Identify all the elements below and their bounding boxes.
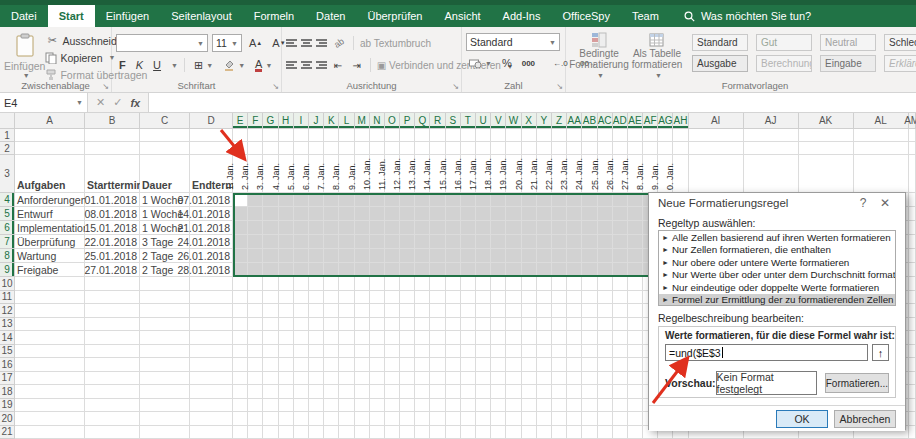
cell-M2[interactable] bbox=[355, 142, 370, 155]
cell-AK1[interactable] bbox=[799, 129, 854, 142]
cell-B21[interactable] bbox=[85, 426, 140, 439]
cell-B11[interactable] bbox=[85, 291, 140, 305]
cell-AB13[interactable] bbox=[582, 318, 597, 332]
cell-Z8[interactable] bbox=[552, 249, 567, 263]
cell-N14[interactable] bbox=[370, 331, 385, 345]
row-header-16[interactable]: 16 bbox=[0, 358, 15, 372]
cell-T21[interactable] bbox=[461, 426, 476, 439]
cell-S16[interactable] bbox=[446, 358, 461, 372]
cell-O18[interactable] bbox=[385, 385, 400, 399]
cell-J18[interactable] bbox=[309, 385, 324, 399]
cell-G13[interactable] bbox=[263, 318, 278, 332]
cell-K8[interactable] bbox=[324, 249, 339, 263]
cell-L14[interactable] bbox=[339, 331, 354, 345]
row-header-14[interactable]: 14 bbox=[0, 331, 15, 345]
rule-type-item[interactable]: ►Nur Zellen formatieren, die enthalten bbox=[659, 244, 895, 257]
cell-AA12[interactable] bbox=[567, 304, 582, 318]
cell-O4[interactable] bbox=[385, 193, 400, 207]
cell-N1[interactable] bbox=[370, 129, 385, 142]
cell-A4[interactable]: Anforderungen bbox=[15, 193, 85, 207]
cell-Z10[interactable] bbox=[552, 277, 567, 291]
cell-H6[interactable] bbox=[279, 221, 294, 235]
cancel-button[interactable]: Abbrechen bbox=[834, 410, 896, 428]
cell-H20[interactable] bbox=[279, 412, 294, 426]
cell-S13[interactable] bbox=[446, 318, 461, 332]
cell-G19[interactable] bbox=[263, 399, 278, 413]
tab-add-ins[interactable]: Add-Ins bbox=[492, 5, 552, 27]
cell-A2[interactable] bbox=[15, 142, 85, 155]
cell-AE5[interactable] bbox=[628, 207, 643, 221]
row-header-18[interactable]: 18 bbox=[0, 385, 15, 399]
cell-H7[interactable] bbox=[279, 235, 294, 249]
cell-AA16[interactable] bbox=[567, 358, 582, 372]
cell-K20[interactable] bbox=[324, 412, 339, 426]
cell-AD10[interactable] bbox=[613, 277, 628, 291]
cell-A18[interactable] bbox=[15, 385, 85, 399]
bold-button[interactable]: F bbox=[116, 57, 129, 73]
column-header-Z[interactable]: Z bbox=[552, 113, 567, 129]
cell-AA14[interactable] bbox=[567, 331, 582, 345]
cell-F4[interactable] bbox=[248, 193, 263, 207]
decrease-indent-button[interactable]: ⇤ bbox=[331, 57, 345, 73]
cell-A6[interactable]: Implementation bbox=[15, 221, 85, 235]
tab-officespy[interactable]: OfficeSpy bbox=[551, 5, 621, 27]
cell-U16[interactable] bbox=[476, 358, 491, 372]
cell-X5[interactable] bbox=[522, 207, 537, 221]
cell-M19[interactable] bbox=[355, 399, 370, 413]
cell-W5[interactable] bbox=[506, 207, 521, 221]
cell-Z12[interactable] bbox=[552, 304, 567, 318]
cell-Y16[interactable] bbox=[537, 358, 552, 372]
cell-X12[interactable] bbox=[522, 304, 537, 318]
cell-W6[interactable] bbox=[506, 221, 521, 235]
cell-V16[interactable] bbox=[491, 358, 506, 372]
cell-AA13[interactable] bbox=[567, 318, 582, 332]
cell-J12[interactable] bbox=[309, 304, 324, 318]
cell-D12[interactable] bbox=[190, 304, 233, 318]
cell-I8[interactable] bbox=[294, 249, 309, 263]
cell-T9[interactable] bbox=[461, 263, 476, 277]
cell-W16[interactable] bbox=[506, 358, 521, 372]
cell-W10[interactable] bbox=[506, 277, 521, 291]
tab-seitenlayout[interactable]: Seitenlayout bbox=[160, 5, 243, 27]
cell-I14[interactable] bbox=[294, 331, 309, 345]
cell-AB16[interactable] bbox=[582, 358, 597, 372]
cell-V19[interactable] bbox=[491, 399, 506, 413]
wrap-text-button[interactable]: ab Textumbruch bbox=[360, 38, 431, 49]
cell-T14[interactable] bbox=[461, 331, 476, 345]
cell-G11[interactable] bbox=[263, 291, 278, 305]
cell-AA4[interactable] bbox=[567, 193, 582, 207]
cell-R12[interactable] bbox=[430, 304, 445, 318]
cell-C1[interactable] bbox=[140, 129, 190, 142]
cell-AB14[interactable] bbox=[582, 331, 597, 345]
cell-Z16[interactable] bbox=[552, 358, 567, 372]
font-color-button[interactable]: A▼ bbox=[252, 57, 275, 73]
cell-W14[interactable] bbox=[506, 331, 521, 345]
cell-Z15[interactable] bbox=[552, 345, 567, 359]
cell-AD8[interactable] bbox=[613, 249, 628, 263]
cell-F10[interactable] bbox=[248, 277, 263, 291]
cell-P21[interactable] bbox=[400, 426, 415, 439]
cell-AD9[interactable] bbox=[613, 263, 628, 277]
cell-AB10[interactable] bbox=[582, 277, 597, 291]
cell-V18[interactable] bbox=[491, 385, 506, 399]
cell-K4[interactable] bbox=[324, 193, 339, 207]
dialog-titlebar[interactable]: Neue Formatierungsregel ? ✕ bbox=[649, 193, 905, 213]
cell-AA20[interactable] bbox=[567, 412, 582, 426]
dialog-launcher-icon[interactable]: ↘ bbox=[272, 82, 279, 91]
cell-X21[interactable] bbox=[522, 426, 537, 439]
cell-B19[interactable] bbox=[85, 399, 140, 413]
cell-O8[interactable] bbox=[385, 249, 400, 263]
cell-AE1[interactable] bbox=[628, 129, 643, 142]
cell-O20[interactable] bbox=[385, 412, 400, 426]
cell-W13[interactable] bbox=[506, 318, 521, 332]
cell-X2[interactable] bbox=[522, 142, 537, 155]
cell-AD4[interactable] bbox=[613, 193, 628, 207]
cell-AA1[interactable] bbox=[567, 129, 582, 142]
cell-R4[interactable] bbox=[430, 193, 445, 207]
cell-A1[interactable] bbox=[15, 129, 85, 142]
cell-S9[interactable] bbox=[446, 263, 461, 277]
cell-N20[interactable] bbox=[370, 412, 385, 426]
cell-K16[interactable] bbox=[324, 358, 339, 372]
cell-I15[interactable] bbox=[294, 345, 309, 359]
cell-E2[interactable] bbox=[233, 142, 248, 155]
